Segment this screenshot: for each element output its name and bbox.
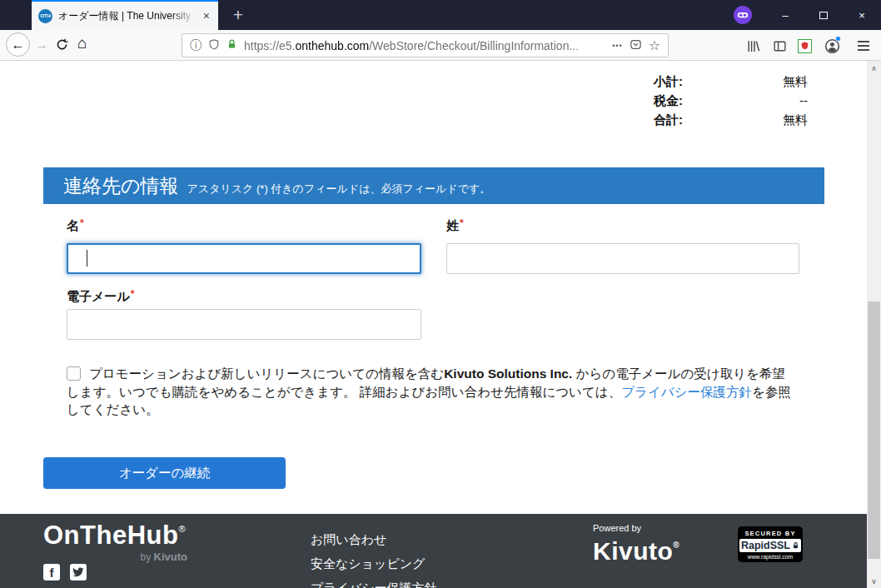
tax-value: --	[683, 91, 808, 110]
url-bar[interactable]: ⓘ https://e5.onthehub.com/WebStore/Check…	[182, 33, 669, 57]
reload-button[interactable]	[55, 37, 69, 55]
window-titlebar: OTH オーダー情報 | The University of T × + – ×	[0, 0, 881, 30]
summary-tax-row: 税金: --	[654, 91, 808, 110]
navigation-toolbar: ← → ⌂ ⓘ https://e5.onthehub.com/WebStore…	[0, 30, 881, 61]
first-name-input[interactable]	[67, 243, 421, 274]
email-label: 電子メール*	[67, 288, 134, 305]
maximize-icon	[819, 12, 828, 19]
required-marker: *	[80, 217, 84, 229]
scroll-up-arrow[interactable]: ∧	[867, 61, 881, 75]
subtotal-value: 無料	[683, 72, 808, 91]
total-value: 無料	[683, 110, 808, 129]
last-name-label: 姓*	[446, 217, 464, 234]
email-input[interactable]	[67, 309, 421, 340]
browser-tab[interactable]: OTH オーダー情報 | The University of T ×	[32, 0, 218, 30]
last-name-input[interactable]	[446, 243, 799, 274]
ssl-lock-icon[interactable]	[226, 38, 237, 52]
consent-text: プロモーションおよび新しいリリースについての情報を含むKivuto Soluti…	[67, 365, 793, 419]
ssl-secured-by-label: SECURED BY	[738, 526, 803, 539]
text-caret	[87, 250, 87, 267]
minimize-button[interactable]: –	[766, 0, 804, 30]
safe-shopping-link[interactable]: 安全なショッピング	[311, 556, 425, 571]
page-footer: OnTheHub® by Kivuto f お問い合わせ 安全なショッピング プ…	[0, 514, 881, 588]
pocket-icon[interactable]	[630, 38, 642, 53]
private-browsing-mask-icon	[734, 6, 752, 24]
contact-info-section-header: 連絡先の情報 アスタリスク (*) 付きのフィールドは、必須フィールドです。	[43, 167, 824, 204]
page-info-icon[interactable]: ⓘ	[190, 38, 202, 53]
site-favicon-icon: OTH	[38, 9, 52, 23]
powered-by-kivuto-logo: Powered by Kivuto®	[593, 523, 679, 564]
sidebar-toggle-icon[interactable]	[771, 37, 788, 54]
privacy-policy-footer-link[interactable]: プライバシー保護方針	[311, 581, 437, 588]
rapidssl-badge[interactable]: SECURED BY RapidSSL www.rapidssl.com	[738, 526, 803, 562]
new-tab-button[interactable]: +	[226, 2, 251, 27]
maximize-button[interactable]	[804, 0, 843, 30]
contact-link[interactable]: お問い合わせ	[311, 532, 386, 547]
url-text: https://e5.onthehub.com/WebStore/Checkou…	[244, 39, 605, 52]
ssl-url: www.rapidssl.com	[738, 552, 803, 562]
forward-button[interactable]: →	[35, 37, 48, 52]
bookmark-star-icon[interactable]: ☆	[649, 37, 660, 53]
home-button[interactable]: ⌂	[77, 36, 87, 51]
page-scrollbar[interactable]: ∧ ∨	[867, 61, 881, 588]
required-marker: *	[460, 217, 464, 229]
company-name: Kivuto Solutions Inc.	[444, 366, 572, 381]
account-icon[interactable]	[824, 37, 840, 54]
twitter-icon[interactable]	[70, 564, 87, 581]
marketing-consent-checkbox[interactable]	[67, 366, 81, 381]
page-actions-icon[interactable]: •••	[612, 42, 622, 50]
section-title: 連絡先の情報	[63, 167, 179, 204]
close-window-button[interactable]: ×	[843, 0, 881, 30]
continue-order-button[interactable]: オーダーの継続	[43, 457, 286, 489]
notification-dot	[835, 36, 841, 42]
onthehub-logo: OnTheHub®	[43, 521, 186, 551]
ssl-brand: RapidSSL	[739, 539, 801, 552]
scrollbar-thumb[interactable]	[868, 301, 880, 559]
back-button[interactable]: ←	[6, 32, 30, 57]
section-note: アスタリスク (*) 付きのフィールドは、必須フィールドです。	[187, 182, 491, 197]
registered-mark: ®	[178, 524, 186, 534]
menu-hamburger-icon[interactable]	[855, 37, 872, 54]
total-label: 合計:	[654, 110, 683, 129]
required-marker: *	[131, 288, 135, 300]
registered-mark: ®	[673, 541, 679, 550]
tab-title: オーダー情報 | The University of T	[58, 9, 196, 23]
subtotal-label: 小計:	[654, 72, 683, 91]
scroll-down-arrow[interactable]: ∨	[867, 574, 881, 588]
privacy-policy-link[interactable]: プライバシー保護方針	[621, 385, 752, 399]
tax-label: 税金:	[654, 91, 683, 110]
by-kivuto-tagline: by Kivuto	[43, 551, 187, 563]
ssl-lock-icon	[792, 541, 799, 550]
summary-subtotal-row: 小計: 無料	[654, 72, 808, 91]
social-icons: f	[43, 564, 87, 581]
close-tab-icon[interactable]: ×	[202, 10, 212, 22]
shield-extension-icon	[798, 39, 812, 53]
adblock-extension-icon[interactable]	[796, 37, 813, 54]
library-icon[interactable]	[744, 37, 761, 54]
facebook-icon[interactable]: f	[43, 564, 60, 581]
order-summary: 小計: 無料 税金: -- 合計: 無料	[654, 72, 808, 129]
powered-by-label: Powered by	[593, 523, 679, 533]
consent-segment: プロモーションおよび新しいリリースについての情報を含む	[89, 366, 444, 381]
first-name-label: 名*	[67, 217, 84, 234]
tracking-protection-shield-icon[interactable]	[208, 38, 220, 53]
summary-total-row: 合計: 無料	[654, 110, 808, 129]
page-content: 小計: 無料 税金: -- 合計: 無料 連絡先の情報 アスタリスク (*) 付…	[0, 61, 881, 588]
